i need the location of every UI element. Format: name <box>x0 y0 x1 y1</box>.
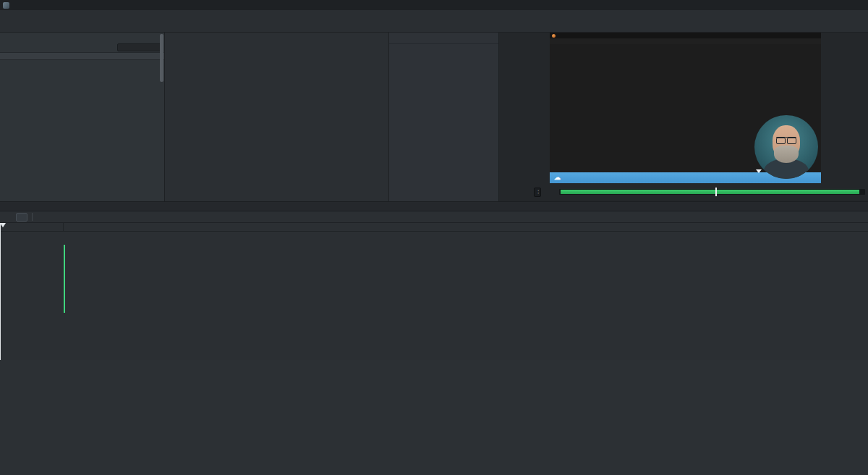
timeline <box>0 223 868 360</box>
project-bin-toolbar <box>0 42 164 52</box>
bin-scrollbar-thumb[interactable] <box>160 34 163 82</box>
monitor-options-button[interactable] <box>543 188 553 197</box>
monitor-video-frame: ☁ <box>550 33 821 183</box>
monitor-overlay-button[interactable] <box>522 188 532 197</box>
timeline-menu-button[interactable] <box>3 212 13 222</box>
timeline-toolbar <box>0 211 868 223</box>
editor-breadcrumb <box>550 38 821 44</box>
blender-logo-icon <box>552 34 556 38</box>
monitor-ruler[interactable] <box>559 189 865 195</box>
timeline-ruler[interactable] <box>64 223 868 232</box>
app-icon <box>3 2 9 9</box>
search-input[interactable] <box>117 43 162 51</box>
main-toolbar <box>0 20 868 33</box>
project-bin-panel <box>0 33 165 201</box>
kdenlive-window: ☁ ▴▾ <box>0 0 868 475</box>
target-track-edge <box>64 245 65 313</box>
webcam-overlay <box>754 115 818 179</box>
bin-clip-list <box>0 60 164 199</box>
monitor-zone[interactable] <box>561 190 859 194</box>
monitor-fullscreen-button[interactable] <box>507 188 517 197</box>
titlebar <box>0 0 868 10</box>
monitor-controls: ▴▾ <box>501 186 865 198</box>
cloud-icon: ☁ <box>554 175 561 181</box>
edit-mode-select[interactable] <box>16 213 27 222</box>
track-headers <box>0 232 64 360</box>
timecode-spinner[interactable]: ▴▾ <box>537 189 539 195</box>
timeline-playhead-handle[interactable] <box>0 223 6 227</box>
presenter-beard <box>774 146 799 163</box>
monitor-playhead[interactable] <box>715 188 717 196</box>
clip-properties-toolbar <box>389 33 498 44</box>
monitor-timecode[interactable]: ▴▾ <box>534 188 541 197</box>
effect-stack-panel <box>165 33 389 201</box>
project-bin-header <box>0 33 164 42</box>
presenter-glasses <box>776 137 796 142</box>
blender-topbar <box>550 33 821 38</box>
menubar <box>0 10 868 20</box>
timeline-corner <box>0 223 64 232</box>
panel-tabs-row <box>0 201 868 211</box>
clip-properties-panel <box>389 33 499 201</box>
timeline-playhead[interactable] <box>0 223 1 360</box>
timeline-empty-area <box>0 360 868 475</box>
filter-button[interactable] <box>104 43 114 52</box>
monitor-position-marker <box>756 169 762 173</box>
clip-monitor-panel: ☁ ▴▾ <box>499 33 868 201</box>
bin-column-header[interactable] <box>0 52 164 60</box>
track-lanes <box>64 232 868 360</box>
bin-scrollbar[interactable] <box>160 33 163 172</box>
